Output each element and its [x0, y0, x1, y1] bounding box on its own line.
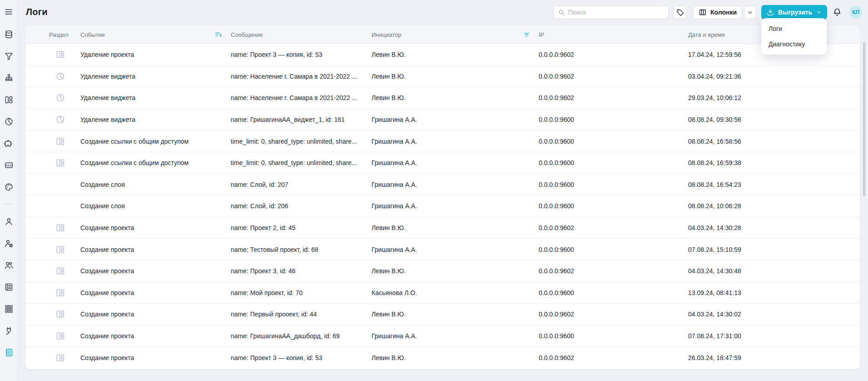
sidebar-item-dashboard-icon[interactable]: [4, 95, 14, 105]
cell-message: name: Проект 3 — копия, id: 53: [231, 354, 372, 361]
chevron-down-icon: [747, 9, 754, 16]
table-row[interactable]: Создание проектаname: Проект 3, id: 46Ле…: [25, 261, 860, 282]
table-row[interactable]: Удаление виджетаname: Население г. Самар…: [25, 87, 860, 109]
chevron-down-icon: [816, 9, 822, 15]
cell-event: Создание проекта: [80, 289, 231, 296]
sidebar-item-apps-grid-icon[interactable]: [4, 304, 14, 314]
sidebar-item-sitemap-icon[interactable]: [4, 73, 14, 83]
logs-icon: [4, 348, 14, 357]
table-row[interactable]: Удаление виджетаname: ГришагинаАА_виджет…: [25, 109, 860, 131]
cell-datetime: 29.03.24, 10:06:12: [688, 94, 860, 101]
cell-event: Создание проекта: [80, 267, 231, 275]
table-row[interactable]: Создание проектаname: Первый прооект, id…: [25, 304, 860, 326]
sidebar-item-user-icon[interactable]: [4, 217, 14, 226]
cell-initiator: Гришагина А.А.: [372, 116, 539, 123]
cell-message: time_limit: 0, shared_type: unlimited, s…: [231, 138, 372, 145]
columns-button[interactable]: Колонки: [693, 5, 742, 19]
cell-ip: 0.0.0.0:9600: [539, 332, 688, 340]
cell-section: [49, 136, 80, 146]
cell-datetime: 07.08.24, 17:31:00: [688, 332, 860, 340]
cell-section: [49, 353, 80, 363]
dashboard-icon: [49, 266, 65, 276]
svg-icon: SVG: [4, 160, 14, 170]
columns-expand-button[interactable]: [744, 5, 756, 19]
sidebar-item-filter-icon[interactable]: [4, 51, 14, 61]
cell-ip: 0.0.0.0:9600: [539, 116, 688, 123]
menu-icon[interactable]: [4, 7, 13, 16]
cell-message: name: Слой, id: 206: [231, 202, 372, 210]
journal-icon: [4, 282, 14, 292]
cell-datetime: 08.08.24, 10:06:28: [688, 202, 860, 210]
apps-grid-icon: [4, 304, 14, 314]
svg-text:SVG: SVG: [6, 164, 12, 167]
bell-icon: [832, 7, 842, 17]
cell-message: name: Проект 3 — копия, id: 53: [231, 51, 372, 58]
table-row[interactable]: Создание проектаname: Мой проект, id: 70…: [25, 282, 860, 304]
sidebar-item-plug-icon[interactable]: [4, 326, 14, 336]
export-menu-item[interactable]: Диагностику: [761, 36, 827, 52]
export-dropdown-menu: ЛогиДиагностику: [761, 18, 827, 55]
cell-datetime: 08.08.24, 09:30:56: [688, 116, 860, 123]
column-header-message: Сообщение: [231, 31, 372, 38]
cell-ip: 0.0.0.0:9602: [539, 311, 688, 318]
cell-event: Создание проекта: [80, 246, 231, 253]
tag-button[interactable]: [673, 5, 687, 19]
cell-initiator: Левин В.Ю.: [372, 94, 539, 101]
table-row[interactable]: Удаление проектаname: Проект 3 — копия, …: [25, 44, 860, 66]
cell-initiator: Гришагина А.А.: [372, 202, 539, 210]
table-row[interactable]: Создание слояname: Слой, id: 206Гришагин…: [25, 196, 860, 217]
avatar[interactable]: КЛ: [849, 6, 862, 19]
cell-ip: 0.0.0.0:9600: [539, 159, 688, 166]
table-row[interactable]: Создание проектаname: ГришагинаАА_дашбор…: [25, 326, 860, 347]
cell-message: name: Проект 2, id: 45: [231, 224, 372, 231]
tag-icon: [676, 8, 684, 17]
cell-initiator: Левин В.Ю.: [372, 311, 539, 318]
cell-section: [49, 245, 80, 255]
cell-section: [49, 331, 80, 341]
column-header-ip: IP: [539, 31, 688, 38]
sidebar-item-database-icon[interactable]: [4, 30, 14, 39]
cell-event: Создание проекта: [80, 354, 231, 361]
table-row[interactable]: Создание проектаname: Проект 2, id: 45Ле…: [25, 217, 860, 239]
cell-event: Создание слоя: [80, 181, 231, 188]
sidebar-item-puzzle-icon[interactable]: [4, 139, 14, 148]
table-row[interactable]: Создание ссылки с общим доступомtime_lim…: [25, 130, 860, 152]
dashboard-icon: [49, 331, 65, 341]
cell-message: name: ГришагинаАА_дашборд, id: 69: [231, 332, 372, 340]
vertical-scrollbar[interactable]: [863, 42, 865, 196]
dashboard-icon: [49, 353, 65, 363]
dashboard-icon: [49, 136, 65, 146]
cell-event: Создание ссылки с общим доступом: [80, 159, 231, 166]
sidebar-item-svg-icon[interactable]: SVG: [4, 160, 14, 170]
dashboard-icon: [4, 95, 14, 105]
filter-applied-icon[interactable]: [523, 31, 531, 39]
cell-section: [49, 50, 80, 60]
user-settings-icon: [4, 239, 14, 248]
sidebar-item-journal-icon[interactable]: [4, 282, 14, 292]
sidebar-item-user-settings-icon[interactable]: [4, 239, 14, 248]
search-input[interactable]: [568, 9, 664, 16]
table-row[interactable]: Создание слояname: Слой, id: 207Гришагин…: [25, 174, 860, 196]
sitemap-icon: [4, 73, 14, 83]
table-row[interactable]: Создание проектаname: Тестовый проект, i…: [25, 239, 860, 261]
table-row[interactable]: Создание ссылки с общим доступомtime_lim…: [25, 152, 860, 174]
column-header-event: Событие: [80, 31, 231, 39]
sidebar-item-pie-chart-icon[interactable]: [4, 117, 14, 126]
table-row[interactable]: Удаление виджетаname: Население г. Самар…: [25, 66, 860, 88]
cell-message: name: Население г. Самара в 2021-2022 ..…: [231, 73, 372, 80]
cell-datetime: 04.03.24, 14:30:48: [688, 267, 860, 275]
sidebar: SVG: [0, 0, 18, 381]
notifications-button[interactable]: [832, 7, 842, 17]
topbar: Логи Колонки Выгрузит: [18, 0, 868, 25]
cell-section: [49, 288, 80, 298]
cell-datetime: 26.03.24, 18:47:59: [688, 354, 860, 361]
cell-ip: 0.0.0.0:9600: [539, 138, 688, 145]
cell-message: name: Проект 3, id: 46: [231, 267, 372, 275]
sidebar-item-palette-icon[interactable]: [4, 182, 14, 192]
export-menu-item[interactable]: Логи: [761, 21, 827, 36]
sidebar-item-logs-icon[interactable]: [4, 348, 14, 357]
export-button[interactable]: Выгрузить: [761, 5, 827, 20]
sidebar-item-users-icon[interactable]: [4, 261, 14, 270]
table-row[interactable]: Создание проектаname: Проект 3 — копия, …: [25, 347, 860, 369]
sort-descending-icon[interactable]: [215, 31, 223, 39]
